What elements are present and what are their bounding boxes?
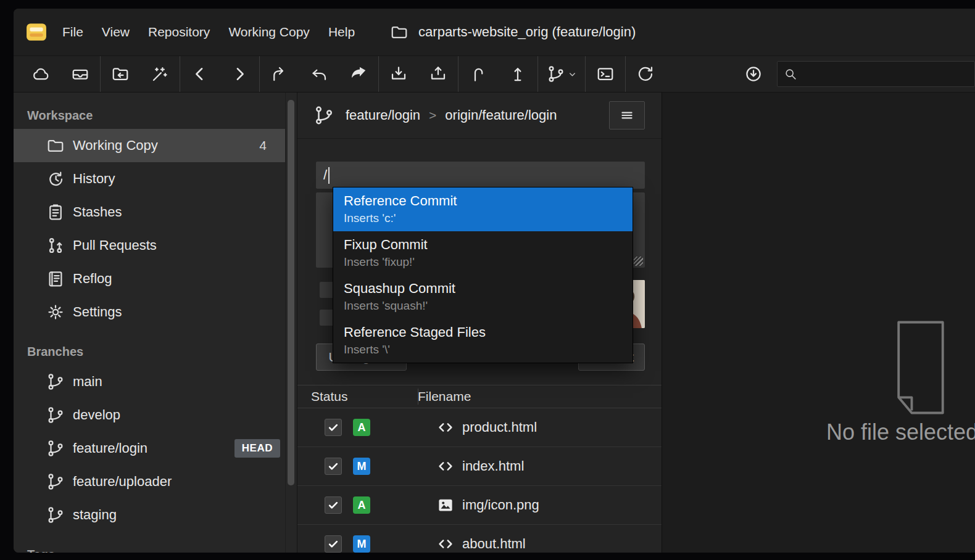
branch-label: main xyxy=(73,374,102,390)
sidebar-item-history[interactable]: History xyxy=(14,162,285,196)
file-preview-panel: No file selected xyxy=(662,93,975,553)
sidebar: Workspace Working Copy 4 History Stashes… xyxy=(14,93,285,553)
branch-button[interactable] xyxy=(538,56,585,92)
refresh-icon xyxy=(636,65,655,83)
remote-button[interactable] xyxy=(21,56,60,92)
redo-button[interactable] xyxy=(339,56,378,92)
check-icon xyxy=(327,499,339,511)
magic-wand-icon xyxy=(151,65,169,83)
sidebar-branch-develop[interactable]: develop xyxy=(14,398,285,432)
push-button[interactable] xyxy=(418,56,458,92)
refresh-button[interactable] xyxy=(626,56,665,92)
checkout-button[interactable] xyxy=(260,56,299,92)
text-caret xyxy=(328,167,330,184)
branch-icon xyxy=(313,105,334,126)
filename: img/icon.png xyxy=(462,497,539,513)
shelve-icon xyxy=(469,65,487,83)
branch-label: staging xyxy=(73,507,117,523)
menu-repository[interactable]: Repository xyxy=(139,25,219,39)
scrollbar-thumb[interactable] xyxy=(288,100,294,485)
toolbar-search[interactable] xyxy=(777,61,975,87)
column-divider xyxy=(418,389,418,405)
sidebar-item-stashes[interactable]: Stashes xyxy=(14,196,285,229)
sidebar-item-label: Settings xyxy=(73,304,122,320)
sidebar-branch-feature-login[interactable]: feature/login HEAD xyxy=(14,432,285,465)
sidebar-section-tags: Tags xyxy=(14,532,285,553)
check-icon xyxy=(327,421,339,434)
discard-button[interactable] xyxy=(299,56,339,92)
commit-message-input[interactable]: / xyxy=(316,162,645,189)
current-branch[interactable]: feature/login xyxy=(346,107,420,123)
autocomplete-item-reference-staged-files[interactable]: Reference Staged Files Inserts '\' xyxy=(333,319,633,363)
file-row[interactable]: A product.html xyxy=(297,408,662,447)
autocomplete-subtitle: Inserts 'c:' xyxy=(344,210,622,226)
shelve-button[interactable] xyxy=(458,56,498,92)
search-input[interactable] xyxy=(802,67,968,82)
autocomplete-subtitle: Inserts 'squash!' xyxy=(344,298,622,313)
undo-icon xyxy=(310,65,328,83)
stage-checkbox[interactable] xyxy=(325,535,342,553)
empty-file-icon xyxy=(884,318,956,417)
commit-toolbar-button[interactable] xyxy=(60,56,100,92)
sidebar-item-label: Stashes xyxy=(73,204,122,220)
sidebar-item-settings[interactable]: Settings xyxy=(14,295,285,329)
repo-title: carparts-website_orig (feature/login) xyxy=(390,23,636,41)
filename: about.html xyxy=(462,536,526,552)
file-row[interactable]: M about.html xyxy=(297,525,662,553)
code-file-icon xyxy=(436,418,455,437)
status-badge-modified: M xyxy=(353,458,370,475)
resize-handle-icon[interactable] xyxy=(634,257,643,266)
download-button[interactable] xyxy=(734,56,773,92)
pull-icon xyxy=(389,65,408,83)
main-panel: feature/login > origin/feature/login / U… xyxy=(297,93,662,553)
commit-message-value: / xyxy=(323,167,327,183)
arrow-up-icon xyxy=(508,65,527,83)
unshelve-button[interactable] xyxy=(498,56,537,92)
clipboard-icon xyxy=(46,203,65,221)
code-file-icon xyxy=(436,457,455,476)
window-title: carparts-website_orig (feature/login) xyxy=(418,24,636,40)
terminal-button[interactable] xyxy=(586,56,625,92)
gear-icon xyxy=(46,303,65,321)
sidebar-branch-staging[interactable]: staging xyxy=(14,498,285,532)
autocomplete-item-reference-commit[interactable]: Reference Commit Inserts 'c:' xyxy=(333,187,633,231)
sidebar-item-reflog[interactable]: Reflog xyxy=(14,262,285,295)
tracking-branch[interactable]: origin/feature/login xyxy=(445,107,557,123)
sidebar-item-pull-requests[interactable]: Pull Requests xyxy=(14,229,285,262)
commit-options-button[interactable] xyxy=(609,101,645,130)
forward-button[interactable] xyxy=(220,56,259,92)
file-row[interactable]: A img/icon.png xyxy=(297,486,662,525)
autocomplete-item-squashup-commit[interactable]: Squashup Commit Inserts 'squash!' xyxy=(333,275,633,319)
menu-view[interactable]: View xyxy=(93,25,139,39)
sidebar-item-label: Working Copy xyxy=(73,138,158,154)
journal-icon xyxy=(46,270,65,288)
autocomplete-title: Squashup Commit xyxy=(344,279,622,298)
clone-button[interactable] xyxy=(101,56,140,92)
pull-button[interactable] xyxy=(379,56,418,92)
pull-request-icon xyxy=(46,236,65,255)
image-file-icon xyxy=(436,496,455,514)
window-body: Workspace Working Copy 4 History Stashes… xyxy=(14,93,975,553)
sidebar-branch-main[interactable]: main xyxy=(14,365,285,398)
back-button[interactable] xyxy=(180,56,220,92)
sidebar-branch-feature-uploader[interactable]: feature/uploader xyxy=(14,465,285,498)
file-row[interactable]: M index.html xyxy=(297,447,662,486)
push-icon xyxy=(429,65,447,83)
status-badge-modified: M xyxy=(353,535,370,553)
menu-working-copy[interactable]: Working Copy xyxy=(219,25,319,39)
magic-button[interactable] xyxy=(140,56,180,92)
code-file-icon xyxy=(436,535,455,553)
autocomplete-item-fixup-commit[interactable]: Fixup Commit Inserts 'fixup!' xyxy=(333,231,633,275)
stage-checkbox[interactable] xyxy=(325,496,342,514)
terminal-icon xyxy=(596,65,615,83)
sidebar-item-working-copy[interactable]: Working Copy 4 xyxy=(14,129,285,162)
chevron-down-icon xyxy=(568,70,577,79)
menubar: File View Repository Working Copy Help c… xyxy=(14,9,975,56)
stage-checkbox[interactable] xyxy=(325,458,342,475)
menu-file[interactable]: File xyxy=(53,25,93,39)
menu-help[interactable]: Help xyxy=(319,25,364,39)
stage-checkbox[interactable] xyxy=(325,419,342,436)
sidebar-scrollbar[interactable] xyxy=(285,93,297,553)
app-icon[interactable] xyxy=(26,22,47,43)
sourcetree-window: File View Repository Working Copy Help c… xyxy=(14,9,975,553)
